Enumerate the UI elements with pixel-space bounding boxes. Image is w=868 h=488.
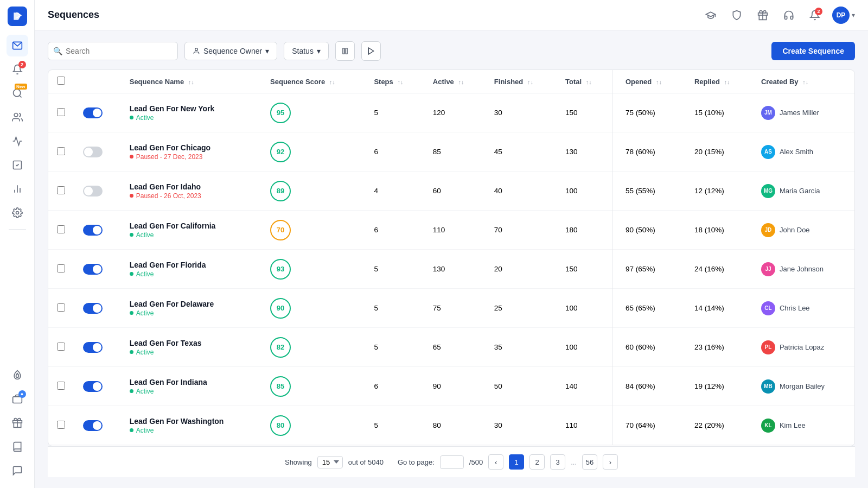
svg-rect-15 xyxy=(343,48,344,54)
sequence-toggle[interactable] xyxy=(83,264,103,275)
sidebar-item-book[interactable] xyxy=(7,436,28,458)
sidebar-item-contacts[interactable] xyxy=(7,106,28,128)
steps-cell: 6 xyxy=(365,132,424,172)
steps-cell: 5 xyxy=(365,250,424,289)
pause-button[interactable] xyxy=(335,41,355,61)
sequence-status: Active xyxy=(130,427,253,434)
replied-cell: 14 (14%) xyxy=(686,289,752,328)
sequence-name: Lead Gen For California xyxy=(130,221,253,230)
header-bell-icon[interactable]: 2 xyxy=(806,7,824,24)
sidebar-item-settings[interactable] xyxy=(7,202,28,224)
sidebar-item-notifications[interactable]: 2 xyxy=(7,59,28,80)
sidebar-item-flame[interactable] xyxy=(7,364,28,386)
page-2-button[interactable]: 2 xyxy=(529,454,545,470)
sidebar-item-briefcase[interactable]: ● xyxy=(7,388,28,410)
sidebar-item-mail[interactable] xyxy=(7,35,28,56)
row-checkbox[interactable] xyxy=(57,147,65,155)
per-page-select[interactable]: 15 25 50 xyxy=(317,456,343,468)
sequence-toggle[interactable] xyxy=(83,107,103,118)
active-cell: 110 xyxy=(424,211,486,250)
sequence-toggle[interactable] xyxy=(83,147,103,157)
play-button[interactable] xyxy=(361,41,381,61)
sidebar-item-search[interactable]: New xyxy=(7,83,28,104)
col-created-by: Created By ↑↓ xyxy=(752,70,854,93)
score-badge: 93 xyxy=(270,259,291,280)
creator-avatar: MG xyxy=(761,184,775,198)
sequence-toggle[interactable] xyxy=(83,420,103,431)
status-dot xyxy=(130,155,133,159)
svg-point-14 xyxy=(195,48,198,51)
row-checkbox[interactable] xyxy=(57,343,65,351)
sequence-toggle[interactable] xyxy=(83,186,103,197)
total-cell: 140 xyxy=(557,367,612,406)
creator-name: Morgan Bailey xyxy=(780,382,825,390)
status-text: Active xyxy=(136,427,154,434)
creator-avatar: KL xyxy=(761,419,775,433)
user-avatar-dropdown[interactable]: DP ▾ xyxy=(832,7,855,24)
row-checkbox[interactable] xyxy=(57,303,65,312)
score-badge: 92 xyxy=(270,142,291,162)
header-graduation-icon[interactable] xyxy=(702,7,719,24)
sequence-status: Active xyxy=(130,348,253,356)
row-checkbox[interactable] xyxy=(57,382,65,390)
creator-avatar: CL xyxy=(761,301,775,315)
app-logo[interactable] xyxy=(8,7,27,26)
row-checkbox[interactable] xyxy=(57,264,65,272)
page-3-button[interactable]: 3 xyxy=(550,454,565,470)
sequence-toggle[interactable] xyxy=(83,303,103,314)
sidebar-item-tasks[interactable] xyxy=(7,154,28,176)
create-sequence-button[interactable]: Create Sequence xyxy=(771,42,855,60)
status-filter[interactable]: Status ▾ xyxy=(284,42,329,60)
row-checkbox[interactable] xyxy=(57,108,65,116)
sidebar-item-sequences[interactable] xyxy=(7,130,28,152)
status-text: Paused - 27 Dec, 2023 xyxy=(136,153,203,161)
sequence-status: Active xyxy=(130,309,253,317)
creator-avatar: JM xyxy=(761,106,775,120)
table-row: Lead Gen For Florida Active 93 5 130 20 … xyxy=(48,250,854,289)
sequence-toggle[interactable] xyxy=(83,342,103,353)
sidebar-item-gift[interactable] xyxy=(7,412,28,434)
sidebar-item-chat[interactable] xyxy=(7,460,28,481)
active-cell: 75 xyxy=(424,289,486,328)
sequence-name: Lead Gen For Florida xyxy=(130,261,253,269)
next-page-button[interactable]: › xyxy=(603,454,618,470)
col-steps: Steps ↑↓ xyxy=(365,70,424,93)
sequence-toggle[interactable] xyxy=(83,381,103,392)
owner-filter-chevron: ▾ xyxy=(265,47,269,55)
steps-cell: 5 xyxy=(365,289,424,328)
steps-cell: 6 xyxy=(365,367,424,406)
header-headset-icon[interactable] xyxy=(780,7,797,24)
row-checkbox[interactable] xyxy=(57,186,65,194)
owner-filter-label: Sequence Owner xyxy=(203,47,262,55)
owner-icon xyxy=(193,47,200,55)
svg-point-3 xyxy=(14,113,18,117)
page-input[interactable]: 1 xyxy=(440,455,464,469)
creator-cell: AS Alex Smith xyxy=(761,145,846,159)
sequence-owner-filter[interactable]: Sequence Owner ▾ xyxy=(184,42,277,60)
page-1-button[interactable]: 1 xyxy=(509,454,524,470)
svg-point-8 xyxy=(16,212,18,214)
header-shield-icon[interactable] xyxy=(728,7,745,24)
status-text: Paused - 26 Oct, 2023 xyxy=(136,192,201,200)
sequence-name: Lead Gen For Delaware xyxy=(130,300,253,308)
header-actions: 2 DP ▾ xyxy=(702,7,855,24)
sequence-toggle[interactable] xyxy=(83,225,103,236)
page-last-button[interactable]: 56 xyxy=(582,454,597,470)
per-page-wrap: 15 25 50 xyxy=(317,456,343,468)
row-checkbox[interactable] xyxy=(57,421,65,429)
search-input[interactable] xyxy=(48,42,178,60)
active-cell: 65 xyxy=(424,328,486,367)
row-checkbox[interactable] xyxy=(57,225,65,233)
creator-avatar: JJ xyxy=(761,262,775,276)
replied-cell: 24 (16%) xyxy=(686,250,752,289)
active-cell: 60 xyxy=(424,172,486,211)
status-dot xyxy=(130,389,133,393)
sidebar-item-analytics[interactable] xyxy=(7,178,28,200)
replied-cell: 15 (10%) xyxy=(686,93,752,132)
col-total: Total ↑↓ xyxy=(557,70,612,93)
col-replied: Replied ↑↓ xyxy=(686,70,752,93)
sidebar-bottom: ● xyxy=(7,364,28,481)
select-all-checkbox[interactable] xyxy=(57,77,65,85)
header-gift-icon[interactable] xyxy=(754,7,771,24)
prev-page-button[interactable]: ‹ xyxy=(488,454,503,470)
